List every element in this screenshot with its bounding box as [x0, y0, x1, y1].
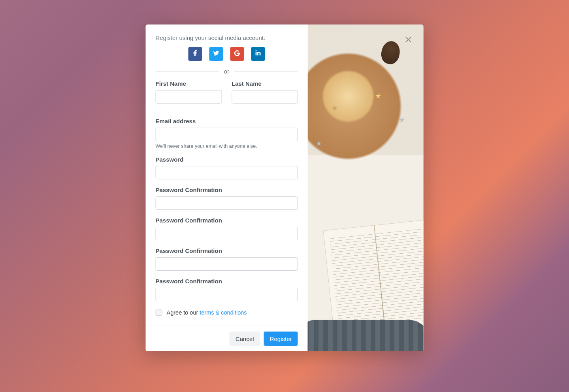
email-hint: We'll never share your email with anyone… — [156, 143, 298, 149]
social-register-title: Register using your social media account… — [156, 34, 298, 41]
first-name-input[interactable] — [156, 90, 222, 104]
password-confirm-label-1: Password Confirmation — [156, 187, 298, 193]
google-icon — [234, 50, 240, 58]
password-confirm-field-2: Password Confirmation — [156, 217, 298, 240]
twitter-icon — [213, 50, 219, 58]
terms-checkbox[interactable] — [156, 309, 162, 316]
password-confirm-label-3: Password Confirmation — [156, 247, 298, 254]
modal-body: Register using your social media account… — [146, 24, 308, 351]
password-confirm-input-2[interactable] — [156, 227, 298, 240]
email-input[interactable] — [156, 128, 298, 141]
register-modal: Register using your social media account… — [146, 24, 424, 351]
star-icon: ★ — [375, 92, 381, 100]
password-confirm-input-4[interactable] — [156, 288, 298, 301]
terms-link[interactable]: terms & conditions — [200, 309, 247, 316]
last-name-field: Last Name — [232, 80, 298, 104]
cancel-button[interactable]: Cancel — [230, 332, 260, 346]
password-field: Password — [156, 156, 298, 179]
modal-footer: Cancel Register — [146, 326, 308, 351]
terms-text: Agree to our terms & conditions — [167, 309, 247, 316]
or-divider: or — [156, 68, 298, 75]
password-confirm-input-1[interactable] — [156, 196, 298, 210]
facebook-button[interactable] — [188, 47, 202, 61]
last-name-input[interactable] — [232, 90, 298, 104]
password-confirm-label-4: Password Confirmation — [156, 278, 298, 285]
email-label: Email address — [156, 118, 298, 124]
first-name-label: First Name — [156, 80, 222, 87]
password-confirm-field-4: Password Confirmation — [156, 278, 298, 301]
twitter-button[interactable] — [209, 47, 223, 61]
password-confirm-input-3[interactable] — [156, 257, 298, 271]
terms-prefix: Agree to our — [167, 309, 200, 316]
blanket-decoration — [308, 320, 424, 351]
modal-side-image: ★ ★ ★ ★ — [308, 24, 424, 351]
star-icon: ★ — [399, 115, 405, 124]
social-buttons-row — [156, 47, 298, 61]
or-divider-text: or — [219, 68, 234, 75]
register-button[interactable]: Register — [264, 332, 298, 346]
last-name-label: Last Name — [232, 80, 298, 87]
first-name-field: First Name — [156, 80, 222, 104]
close-icon[interactable] — [405, 36, 413, 43]
linkedin-button[interactable] — [251, 47, 265, 61]
name-row: First Name Last Name — [156, 80, 298, 111]
password-label: Password — [156, 156, 298, 163]
email-field: Email address We'll never share your ema… — [156, 118, 298, 149]
password-confirm-field-1: Password Confirmation — [156, 187, 298, 210]
password-input[interactable] — [156, 166, 298, 179]
google-button[interactable] — [230, 47, 244, 61]
terms-row: Agree to our terms & conditions — [156, 309, 298, 316]
facebook-icon — [192, 50, 198, 58]
password-confirm-field-3: Password Confirmation — [156, 247, 298, 271]
linkedin-icon — [255, 50, 261, 58]
password-confirm-label-2: Password Confirmation — [156, 217, 298, 224]
star-icon: ★ — [316, 139, 322, 148]
pinecone-decoration — [380, 40, 401, 65]
star-icon: ★ — [332, 104, 338, 112]
